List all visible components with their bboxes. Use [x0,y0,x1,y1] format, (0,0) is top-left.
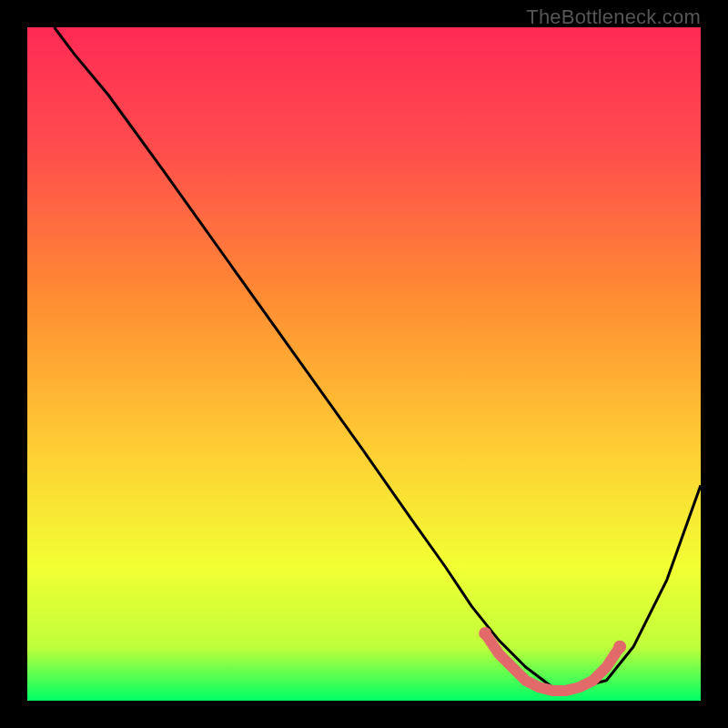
gradient-background [27,27,701,701]
watermark-label: TheBottleneck.com [526,5,701,29]
chart-svg [27,27,701,701]
plot-area [27,27,701,701]
chart-frame: TheBottleneck.com [0,0,728,728]
